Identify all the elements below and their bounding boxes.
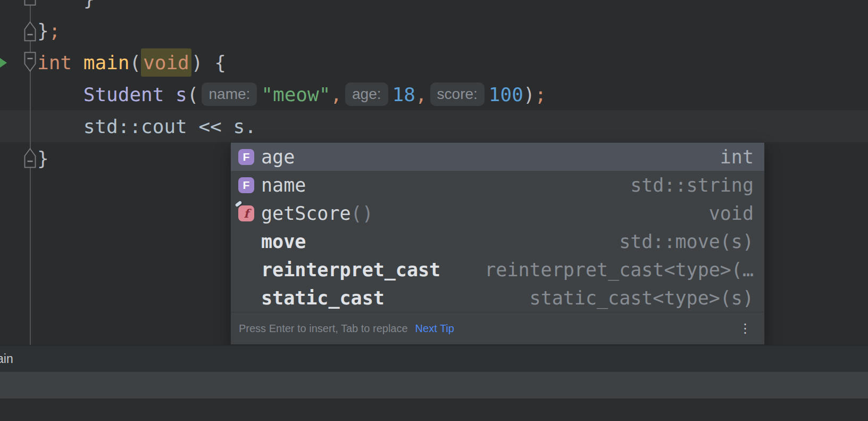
code-token: ; — [535, 84, 547, 105]
completion-item-label: age — [261, 146, 295, 168]
code-token: main — [84, 52, 130, 73]
completion-item-type: std::string — [630, 175, 754, 196]
completion-item-type: reinterpret_cast<type>(… — [485, 259, 754, 280]
completion-item-label: reinterpret_cast — [261, 259, 440, 280]
bottom-panel-header: ain — [0, 345, 868, 372]
fold-end-icon[interactable] — [24, 148, 36, 170]
completion-item-label: getScore — [261, 203, 351, 224]
code-token: ; — [49, 20, 61, 42]
bottom-panel-row — [0, 372, 868, 399]
completion-item-name[interactable]: Fnamestd::string — [231, 171, 764, 199]
fold-end-icon[interactable] — [24, 21, 36, 44]
completion-popup: FageintFnamestd::stringfgetScore()voidmo… — [230, 142, 765, 345]
completion-item-reinterpret_cast[interactable]: reinterpret_castreinterpret_cast<type>(… — [231, 255, 764, 284]
completion-item-label: static_cast — [261, 287, 385, 309]
field-icon-glyph: F — [238, 177, 254, 193]
code-token: int — [37, 52, 84, 73]
completion-item-type: std::move(s) — [619, 231, 754, 252]
code-token: 100 — [489, 84, 523, 105]
completion-item-label: move — [261, 231, 306, 252]
code-token: "meow" — [261, 84, 330, 105]
code-token — [164, 84, 176, 105]
code-token: , — [330, 84, 342, 105]
bottom-panel-statusbar — [0, 399, 868, 421]
code-token: ( — [187, 84, 199, 105]
code-line[interactable]: int main(void) { — [37, 46, 226, 78]
method-icon: f — [238, 205, 254, 221]
field-icon-glyph: F — [238, 149, 254, 165]
completion-footer-hint: Press Enter to insert, Tab to replace — [239, 323, 408, 335]
code-token: , — [415, 84, 427, 105]
completion-item-label: name — [261, 175, 306, 196]
completion-item-type: static_cast<type>(s) — [530, 287, 754, 309]
code-line[interactable]: Student s(name:"meow",age:18,score:100); — [37, 78, 546, 110]
code-token: } — [37, 20, 49, 42]
icon-spacer — [238, 262, 254, 278]
field-icon: F — [238, 177, 254, 193]
fold-end-icon[interactable] — [24, 0, 36, 8]
code-token: 18 — [393, 84, 415, 105]
completion-item-type: int — [720, 146, 754, 168]
next-tip-link[interactable]: Next Tip — [415, 323, 454, 335]
icon-spacer — [238, 290, 254, 306]
code-line[interactable]: std::cout << s. — [37, 110, 256, 142]
ide-window: }};int main(void) { Student s(name:"meow… — [0, 0, 868, 421]
bottom-panel-tab-label[interactable]: ain — [0, 345, 13, 372]
completion-item-suffix: () — [351, 203, 373, 224]
completion-item-age[interactable]: Fageint — [231, 143, 764, 171]
code-token: void — [141, 48, 191, 77]
method-icon-glyph: f — [238, 205, 254, 221]
code-token: s — [176, 84, 187, 105]
completion-list: FageintFnamestd::stringfgetScore()voidmo… — [231, 143, 764, 312]
code-token: ( — [129, 52, 141, 73]
field-icon: F — [238, 149, 254, 165]
code-line[interactable]: } — [37, 142, 49, 174]
parameter-hint-chip: score: — [430, 82, 485, 106]
completion-item-getScore[interactable]: fgetScore()void — [231, 199, 764, 227]
completion-footer: Press Enter to insert, Tab to replace Ne… — [231, 312, 764, 344]
icon-spacer — [238, 234, 254, 250]
code-line[interactable]: }; — [37, 14, 60, 46]
code-token: std::cout << s. — [37, 115, 256, 137]
code-token — [37, 84, 84, 105]
completion-item-move[interactable]: movestd::move(s) — [231, 227, 764, 255]
code-token: Student — [84, 84, 164, 105]
code-line[interactable]: } — [37, 0, 95, 14]
more-options-icon[interactable]: ⋮ — [736, 321, 755, 336]
parameter-hint-chip: name: — [202, 82, 257, 106]
run-icon[interactable] — [0, 57, 7, 69]
code-token: ) — [523, 84, 535, 105]
fold-start-icon[interactable] — [24, 52, 36, 74]
code-token: ) { — [191, 52, 226, 73]
code-token: } — [37, 0, 95, 10]
parameter-hint-chip: age: — [345, 82, 388, 106]
completion-item-type: void — [709, 203, 754, 224]
code-token: } — [37, 147, 49, 169]
completion-item-static_cast[interactable]: static_caststatic_cast<type>(s) — [231, 284, 764, 312]
